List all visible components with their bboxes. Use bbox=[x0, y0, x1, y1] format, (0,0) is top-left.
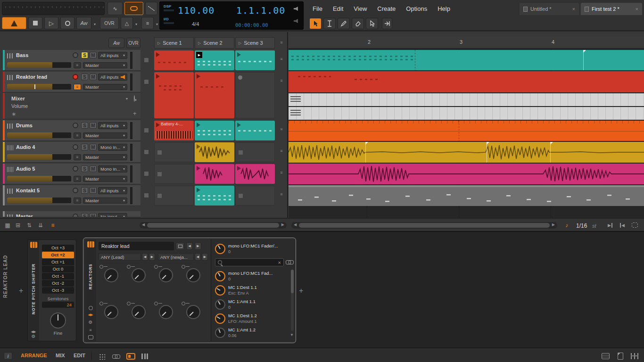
automation-lane-extra[interactable] bbox=[289, 107, 644, 120]
clip-bass-scene2-playing[interactable]: ▶ bbox=[195, 50, 234, 70]
mute-button[interactable]: M bbox=[90, 213, 97, 217]
solo-button[interactable]: S bbox=[81, 213, 88, 217]
track-name[interactable]: Audio 5 bbox=[16, 166, 35, 172]
clip-boundary-marker[interactable] bbox=[550, 142, 551, 163]
fine-knob[interactable] bbox=[50, 313, 66, 329]
clip-slot-audio5-scene1[interactable] bbox=[154, 164, 194, 184]
device-enable-icon[interactable] bbox=[87, 241, 94, 247]
scroll-right-icon[interactable]: ▶ bbox=[281, 222, 284, 227]
scene-row-stop[interactable]: ≡ bbox=[277, 148, 286, 153]
track-name[interactable]: Drums bbox=[16, 123, 33, 128]
octave-button-active[interactable]: Oct +2 bbox=[42, 252, 74, 258]
add-device-button[interactable]: + bbox=[19, 287, 23, 295]
modulation-value[interactable]: 0 bbox=[228, 305, 231, 310]
modulation-knob[interactable] bbox=[215, 244, 225, 254]
menu-edit[interactable]: Edit bbox=[328, 3, 348, 15]
arranger-clip-audio-5[interactable] bbox=[289, 164, 644, 184]
project-tab-first-test[interactable]: First test 2 * × bbox=[581, 3, 642, 15]
arranger-hscrollbar[interactable]: ◀ ▶ bbox=[291, 222, 557, 229]
scroll-left-icon[interactable]: ◀ bbox=[294, 222, 297, 227]
input-select[interactable]: No input...▾ bbox=[98, 213, 127, 217]
volume-fader[interactable] bbox=[7, 84, 71, 90]
launcher-hscrollbar[interactable]: ◀ ▶ bbox=[140, 222, 287, 229]
record-button[interactable] bbox=[60, 17, 74, 29]
volume-fader[interactable] bbox=[7, 197, 71, 203]
pointer-tool-button[interactable] bbox=[309, 18, 322, 29]
macro-knob-6[interactable] bbox=[132, 305, 146, 319]
track-row-master[interactable]: Master S M No input...▾ bbox=[3, 211, 140, 217]
output-select[interactable]: Master▾ bbox=[83, 62, 127, 68]
scene-play-icon[interactable]: ▷ bbox=[157, 41, 160, 45]
macro-knob-3[interactable] bbox=[159, 268, 173, 282]
modulation-entry[interactable]: MC 1:Dest 1.1 Exc: Env A bbox=[211, 284, 291, 298]
info-button[interactable]: i bbox=[4, 352, 12, 360]
track-row-bass[interactable]: Bass S M All inputs▾ ≡ Master▾ bbox=[3, 50, 140, 71]
scroll-right-icon[interactable]: ▶ bbox=[552, 222, 555, 227]
output-select[interactable]: Master▾ bbox=[83, 84, 127, 90]
clear-search-icon[interactable]: × bbox=[278, 260, 281, 265]
macro-knob-5[interactable] bbox=[104, 305, 118, 319]
clip-slot-reaktor-scene3[interactable] bbox=[235, 72, 275, 118]
clip-stop-button[interactable] bbox=[144, 58, 149, 62]
stop-button[interactable] bbox=[28, 17, 42, 29]
clip-stop-button[interactable] bbox=[144, 150, 149, 154]
bank-a-next-button[interactable]: ▶ bbox=[149, 253, 155, 261]
track-name[interactable]: Reaktor lead bbox=[16, 74, 47, 80]
expand-tracks-icon[interactable]: ⇅ bbox=[25, 221, 34, 229]
volume-fader[interactable] bbox=[7, 62, 71, 68]
arranger-clip-kontakt-5[interactable] bbox=[289, 185, 644, 206]
bank-a-previous-button[interactable]: ◀ bbox=[142, 253, 148, 261]
panel-columns-icon[interactable] bbox=[141, 354, 148, 359]
input-select[interactable]: All inputs bbox=[98, 74, 127, 81]
modulation-knob[interactable] bbox=[215, 271, 225, 281]
clip-boundary-marker[interactable] bbox=[487, 142, 487, 163]
track-menu-button[interactable]: ≡ bbox=[74, 132, 81, 139]
bank-select-b[interactable]: ANY (newja... bbox=[158, 253, 194, 261]
clip-slot-kontakt-scene1[interactable] bbox=[154, 186, 194, 206]
clip-stop-button[interactable] bbox=[144, 80, 149, 84]
clip-stop-button[interactable] bbox=[144, 193, 149, 197]
accent-button[interactable] bbox=[145, 2, 157, 15]
arranger-timeline[interactable]: 2 3 4 bbox=[289, 37, 644, 218]
launcher-list-icon[interactable]: ≡ bbox=[48, 221, 58, 229]
modulation-entry[interactable]: MC 1:Dest 1.2 LFO: Amount 1 bbox=[211, 312, 291, 326]
arrange-view-button[interactable]: ARRANGE bbox=[21, 353, 47, 358]
layout-grid-plus-icon[interactable]: ⊞ bbox=[13, 221, 23, 229]
output-select[interactable]: Master▾ bbox=[83, 154, 127, 160]
track-name[interactable]: Master bbox=[16, 214, 33, 217]
scene-row-stop[interactable]: ≡ bbox=[277, 127, 286, 132]
pencil-tool-button[interactable] bbox=[338, 18, 350, 29]
next-preset-button[interactable]: ▶ bbox=[195, 242, 201, 250]
solo-button[interactable]: S bbox=[81, 165, 88, 172]
record-arm-button[interactable] bbox=[73, 188, 78, 193]
macro-cell[interactable] bbox=[127, 264, 146, 282]
track-menu-button[interactable]: ≡ bbox=[74, 176, 81, 182]
scene-play-icon[interactable]: ▷ bbox=[198, 41, 201, 45]
device-rail[interactable]: NOTE PITCH SHIFTER ◀▶ ⚙ bbox=[28, 240, 39, 341]
modulation-search-input[interactable]: × bbox=[215, 258, 284, 266]
track-menu-button[interactable]: ≡ bbox=[74, 154, 81, 160]
clip-drums-scene2[interactable] bbox=[195, 121, 234, 140]
time-ruler[interactable]: 2 3 4 bbox=[289, 37, 644, 49]
modulation-entry[interactable]: MC 1:Amt 1.2 0.06 bbox=[211, 326, 291, 340]
preset-save-icon[interactable] bbox=[176, 242, 184, 250]
follow-playhead-icon[interactable]: ▶ bbox=[605, 221, 615, 229]
scrollbar-thumb[interactable] bbox=[299, 223, 550, 228]
macro-knob-7[interactable] bbox=[159, 305, 173, 319]
track-row-audio-5[interactable]: Audio 5 S M Mono In...▾ ≡ Master▾ bbox=[3, 164, 140, 184]
layers-chevron[interactable]: ▾ bbox=[155, 21, 158, 26]
track-menu-button[interactable]: ≡ bbox=[74, 62, 81, 68]
mute-button[interactable]: M bbox=[90, 187, 97, 194]
modulation-value[interactable]: LFO: Amount 1 bbox=[228, 319, 257, 324]
octave-button[interactable]: Oct +3 bbox=[42, 245, 74, 251]
add-device-button[interactable]: + bbox=[299, 287, 303, 295]
modulation-entry[interactable]: MC 1:Amt 1.1 0 bbox=[211, 298, 291, 312]
modulation-value[interactable]: 0.06 bbox=[228, 333, 237, 338]
fader-mode-chevron[interactable]: ▾ bbox=[134, 21, 137, 26]
project-tab-untitled[interactable]: Untitled * × bbox=[520, 3, 579, 15]
previous-preset-button[interactable]: ◀ bbox=[186, 242, 193, 250]
octave-button[interactable]: Oct -3 bbox=[42, 287, 74, 294]
automation-parameter[interactable]: Volume bbox=[11, 103, 28, 109]
output-select[interactable]: Master▾ bbox=[83, 197, 127, 204]
macro-knob-1[interactable] bbox=[104, 268, 118, 282]
